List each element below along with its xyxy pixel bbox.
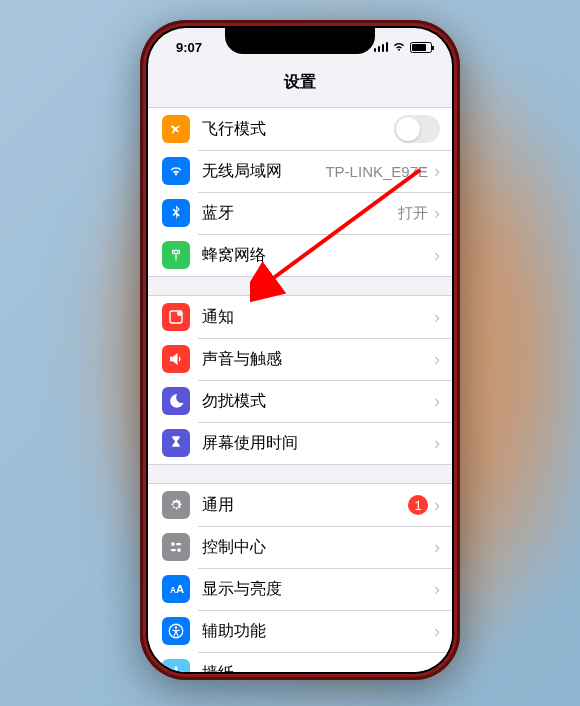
svg-point-2: [171, 542, 175, 546]
switches-icon: [162, 533, 190, 561]
svg-point-10: [174, 671, 178, 672]
badge: 1: [408, 495, 428, 515]
settings-list[interactable]: 飞行模式无线局域网TP-LINK_E97E›蓝牙打开›蜂窝网络›通知›声音与触感…: [148, 103, 452, 672]
row-label: 控制中心: [202, 537, 434, 558]
settings-row-cellular[interactable]: 蜂窝网络›: [148, 234, 452, 276]
notch: [225, 26, 375, 54]
svg-point-9: [175, 626, 178, 629]
row-label: 勿扰模式: [202, 391, 434, 412]
row-label: 辅助功能: [202, 621, 434, 642]
chevron-right-icon: ›: [434, 392, 440, 410]
gear-icon: [162, 491, 190, 519]
page-title: 设置: [148, 66, 452, 103]
svg-point-14: [178, 672, 183, 673]
svg-text:A: A: [170, 586, 176, 595]
settings-group: 通用1›控制中心›AA显示与亮度›辅助功能›墙纸›Siri与搜索›面容ID与密码…: [148, 483, 452, 672]
chevron-right-icon: ›: [434, 204, 440, 222]
row-label: 声音与触感: [202, 349, 434, 370]
row-value: 打开: [398, 204, 428, 223]
settings-row-display[interactable]: AA显示与亮度›: [148, 568, 452, 610]
row-label: 蜂窝网络: [202, 245, 434, 266]
svg-rect-3: [176, 543, 181, 545]
svg-point-11: [175, 666, 178, 671]
settings-row-control-center[interactable]: 控制中心›: [148, 526, 452, 568]
phone-frame: 9:07 设置 飞行模式无线局域网TP-LINK_E97E›蓝牙打开›蜂窝网络›…: [140, 20, 460, 680]
chevron-right-icon: ›: [434, 664, 440, 672]
screen: 9:07 设置 飞行模式无线局域网TP-LINK_E97E›蓝牙打开›蜂窝网络›…: [148, 28, 452, 672]
antenna-icon: [162, 241, 190, 269]
row-label: 墙纸: [202, 663, 434, 673]
flower-icon: [162, 659, 190, 672]
settings-row-wifi[interactable]: 无线局域网TP-LINK_E97E›: [148, 150, 452, 192]
chevron-right-icon: ›: [434, 622, 440, 640]
settings-row-dnd[interactable]: 勿扰模式›: [148, 380, 452, 422]
settings-row-sounds[interactable]: 声音与触感›: [148, 338, 452, 380]
svg-text:A: A: [176, 583, 184, 595]
settings-group: 通知›声音与触感›勿扰模式›屏幕使用时间›: [148, 295, 452, 465]
chevron-right-icon: ›: [434, 246, 440, 264]
row-label: 通知: [202, 307, 434, 328]
chevron-right-icon: ›: [434, 434, 440, 452]
row-label: 蓝牙: [202, 203, 398, 224]
chevron-right-icon: ›: [434, 308, 440, 326]
chevron-right-icon: ›: [434, 496, 440, 514]
row-label: 显示与亮度: [202, 579, 434, 600]
chevron-right-icon: ›: [434, 580, 440, 598]
settings-row-wallpaper[interactable]: 墙纸›: [148, 652, 452, 672]
svg-point-4: [177, 548, 181, 552]
row-label: 屏幕使用时间: [202, 433, 434, 454]
row-value: TP-LINK_E97E: [325, 163, 428, 180]
accessibility-icon: [162, 617, 190, 645]
moon-icon: [162, 387, 190, 415]
chevron-right-icon: ›: [434, 350, 440, 368]
bluetooth-icon: [162, 199, 190, 227]
battery-icon: [410, 42, 432, 53]
cellular-signal-icon: [374, 42, 389, 52]
row-label: 通用: [202, 495, 408, 516]
wifi-icon: [392, 42, 406, 52]
status-time: 9:07: [176, 40, 202, 55]
textsize-icon: AA: [162, 575, 190, 603]
airplane-icon: [162, 115, 190, 143]
wifi-icon: [162, 157, 190, 185]
notification-icon: [162, 303, 190, 331]
settings-row-accessibility[interactable]: 辅助功能›: [148, 610, 452, 652]
svg-rect-5: [171, 549, 176, 551]
chevron-right-icon: ›: [434, 538, 440, 556]
svg-point-1: [177, 311, 182, 316]
settings-row-general[interactable]: 通用1›: [148, 484, 452, 526]
speaker-icon: [162, 345, 190, 373]
row-label: 无线局域网: [202, 161, 325, 182]
row-label: 飞行模式: [202, 119, 394, 140]
settings-row-notifications[interactable]: 通知›: [148, 296, 452, 338]
settings-group: 飞行模式无线局域网TP-LINK_E97E›蓝牙打开›蜂窝网络›: [148, 107, 452, 277]
toggle-switch[interactable]: [394, 115, 440, 143]
settings-row-bluetooth[interactable]: 蓝牙打开›: [148, 192, 452, 234]
settings-row-airplane-mode[interactable]: 飞行模式: [148, 108, 452, 150]
svg-point-13: [169, 672, 174, 673]
hourglass-icon: [162, 429, 190, 457]
chevron-right-icon: ›: [434, 162, 440, 180]
settings-row-screentime[interactable]: 屏幕使用时间›: [148, 422, 452, 464]
